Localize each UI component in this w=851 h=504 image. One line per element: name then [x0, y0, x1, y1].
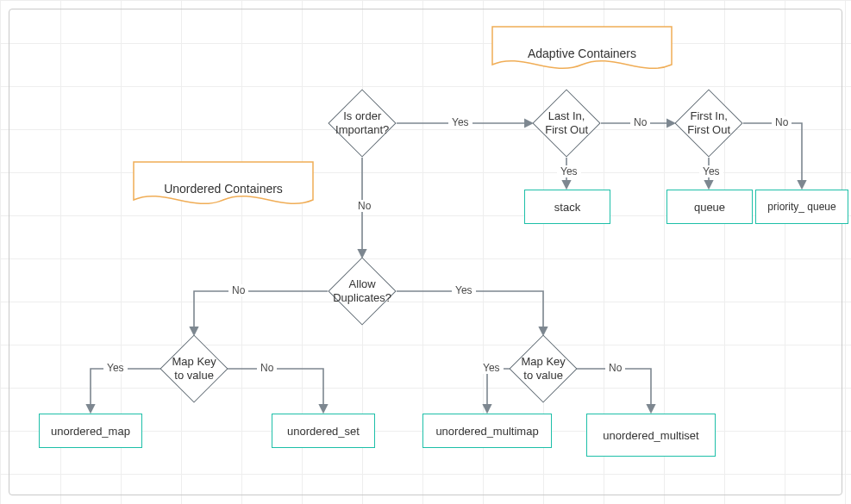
- result-queue: queue: [666, 190, 753, 224]
- label-mapright-yes: Yes: [479, 362, 504, 374]
- header-adaptive-text: Adaptive Containers: [491, 26, 673, 81]
- label-fifo-no: No: [772, 116, 792, 128]
- decision-is-order-important: Is order Important?: [328, 89, 396, 157]
- label-mapleft-yes: Yes: [103, 362, 128, 374]
- result-unordered-map: unordered_map: [39, 414, 142, 448]
- result-unordered-set: unordered_set: [272, 414, 375, 448]
- result-stack: stack: [524, 190, 610, 224]
- label-mapright-no: No: [605, 362, 625, 374]
- label-dup-yes: Yes: [452, 284, 476, 296]
- header-unordered-containers: Unordered Containers: [133, 161, 314, 216]
- result-priority-queue: priority_ queue: [755, 190, 848, 224]
- result-unordered-multiset: unordered_multiset: [586, 414, 716, 457]
- header-unordered-text: Unordered Containers: [133, 161, 314, 216]
- decision-allow-duplicates: Allow Duplicates?: [328, 257, 396, 325]
- label-lifo-no: No: [630, 116, 650, 128]
- result-unordered-multimap: unordered_multimap: [422, 414, 552, 448]
- label-lifo-yes: Yes: [557, 165, 581, 177]
- label-order-no: No: [354, 200, 374, 212]
- label-order-yes: Yes: [448, 116, 472, 128]
- label-dup-no: No: [228, 284, 248, 296]
- label-fifo-yes: Yes: [699, 165, 723, 177]
- header-adaptive-containers: Adaptive Containers: [491, 26, 673, 81]
- label-mapleft-no: No: [257, 362, 277, 374]
